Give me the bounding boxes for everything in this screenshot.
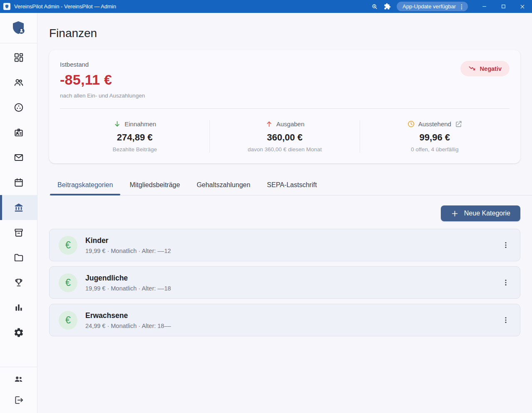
window-controls bbox=[475, 0, 532, 13]
status-badge-label: Negativ bbox=[480, 65, 502, 72]
tab-sepa-lastschrift[interactable]: SEPA-Lastschrift bbox=[259, 176, 325, 195]
category-menu-button[interactable] bbox=[497, 237, 514, 253]
category-menu-button[interactable] bbox=[497, 312, 514, 328]
pill-menu-icon: ⋮ bbox=[459, 4, 465, 10]
stat-pending-value: 99,96 € bbox=[420, 132, 450, 143]
maximize-icon bbox=[501, 4, 506, 9]
sidebar-item-calendar[interactable] bbox=[0, 170, 37, 195]
logout-icon bbox=[13, 395, 24, 405]
kebab-menu-icon bbox=[502, 241, 510, 249]
tab-gehaltszahlungen[interactable]: Gehaltszahlungen bbox=[188, 176, 259, 195]
app-logo bbox=[0, 13, 37, 43]
status-badge: Negativ bbox=[460, 61, 510, 76]
bank-icon bbox=[13, 202, 24, 213]
kebab-menu-icon bbox=[502, 278, 510, 287]
balance-header: Istbestand -85,11 € nach allen Ein- und … bbox=[60, 61, 510, 99]
main-content: Finanzen Istbestand -85,11 € nach allen … bbox=[37, 13, 532, 413]
euro-avatar: € bbox=[59, 236, 77, 255]
category-details: 24,99 € · Monatlich · Alter: 18–– bbox=[85, 323, 497, 329]
new-category-label: Neue Kategorie bbox=[464, 210, 510, 217]
sidebar-item-finance[interactable] bbox=[0, 195, 37, 220]
category-name: Erwachsene bbox=[85, 311, 497, 320]
sidebar-item-statistics[interactable] bbox=[0, 295, 37, 320]
card-divider bbox=[60, 108, 510, 109]
stat-pending-label: Ausstehend bbox=[418, 120, 451, 128]
tab-beitragskategorien[interactable]: Beitragskategorien bbox=[49, 176, 121, 195]
app-icon bbox=[3, 3, 10, 10]
sidebar-spacer bbox=[0, 345, 37, 367]
maximize-button[interactable] bbox=[494, 0, 513, 13]
puzzle-icon bbox=[384, 3, 391, 10]
open-in-new-icon[interactable] bbox=[455, 120, 462, 128]
sidebar-item-membership-cards[interactable] bbox=[0, 120, 37, 145]
zoom-button[interactable] bbox=[368, 0, 381, 13]
dashboard-icon bbox=[13, 52, 24, 63]
sidebar-item-members[interactable] bbox=[0, 70, 37, 95]
archive-icon bbox=[13, 227, 24, 238]
category-details: 19,99 € · Monatlich · Alter: ––18 bbox=[85, 285, 497, 292]
trending-down-icon bbox=[468, 65, 476, 73]
stat-pending-sub: 0 offen, 4 überfällig bbox=[411, 146, 459, 153]
stat-expenses-sub: davon 360,00 € diesen Monat bbox=[248, 146, 322, 153]
trophy-icon bbox=[13, 277, 24, 288]
sidebar-item-sports[interactable] bbox=[0, 95, 37, 120]
tab-toolbar: Neue Kategorie bbox=[49, 205, 520, 221]
sidebar-bottom bbox=[0, 367, 37, 413]
stat-expenses-label: Ausgaben bbox=[276, 120, 305, 128]
sidebar-item-dashboard[interactable] bbox=[0, 45, 37, 70]
mail-icon bbox=[13, 152, 24, 163]
window-title: VereinsPilot Admin - VereinsPilot — Admi… bbox=[14, 3, 116, 10]
sidebar-item-settings[interactable] bbox=[0, 320, 37, 345]
sidebar-item-documents[interactable] bbox=[0, 245, 37, 270]
tab-mitgliedsbeitraege[interactable]: Mitgliedsbeiträge bbox=[121, 176, 188, 195]
euro-icon: € bbox=[65, 277, 71, 288]
sidebar-nav bbox=[0, 43, 37, 345]
stat-income-value: 274,89 € bbox=[117, 132, 153, 143]
calendar-icon bbox=[13, 177, 24, 188]
app-update-button[interactable]: App-Update verfügbar ⋮ bbox=[397, 2, 468, 11]
balance-block: Istbestand -85,11 € nach allen Ein- und … bbox=[60, 61, 145, 99]
stat-expenses-value: 360,00 € bbox=[267, 132, 303, 143]
bar-chart-icon bbox=[13, 302, 24, 313]
page-title: Finanzen bbox=[49, 27, 520, 40]
minimize-icon bbox=[482, 4, 487, 9]
stat-expenses: Ausgaben 360,00 € davon 360,00 € diesen … bbox=[209, 120, 359, 153]
minimize-button[interactable] bbox=[475, 0, 494, 13]
balance-subtitle: nach allen Ein- und Auszahlungen bbox=[60, 93, 145, 99]
kebab-menu-icon bbox=[502, 316, 510, 324]
plus-icon bbox=[451, 210, 459, 218]
balance-value: -85,11 € bbox=[60, 72, 145, 88]
category-row-jugendliche[interactable]: € Jugendliche 19,99 € · Monatlich · Alte… bbox=[49, 266, 520, 299]
category-details: 19,99 € · Monatlich · Alter: ––12 bbox=[85, 248, 497, 254]
category-list: € Kinder 19,99 € · Monatlich · Alter: ––… bbox=[49, 229, 520, 336]
stat-income: Einnahmen 274,89 € Bezahlte Beiträge bbox=[60, 120, 209, 153]
arrow-up-icon bbox=[265, 120, 273, 128]
category-row-erwachsene[interactable]: € Erwachsene 24,99 € · Monatlich · Alter… bbox=[49, 304, 520, 336]
ball-icon bbox=[13, 102, 24, 113]
euro-icon: € bbox=[65, 315, 71, 326]
sidebar-item-mail[interactable] bbox=[0, 145, 37, 170]
gear-icon bbox=[13, 327, 24, 338]
sidebar-item-archive[interactable] bbox=[0, 220, 37, 245]
sidebar-item-competitions[interactable] bbox=[0, 270, 37, 295]
category-row-kinder[interactable]: € Kinder 19,99 € · Monatlich · Alter: ––… bbox=[49, 229, 520, 261]
clock-icon bbox=[407, 120, 415, 128]
balance-label: Istbestand bbox=[60, 61, 145, 68]
vereinspilot-logo-icon bbox=[10, 20, 27, 36]
sidebar-item-community[interactable] bbox=[0, 369, 37, 390]
category-menu-button[interactable] bbox=[497, 274, 514, 291]
stat-income-label: Einnahmen bbox=[124, 120, 156, 128]
shield-icon bbox=[5, 4, 9, 9]
close-button[interactable] bbox=[513, 0, 532, 13]
euro-avatar: € bbox=[59, 273, 77, 292]
id-badge-icon bbox=[13, 127, 24, 138]
members-icon bbox=[13, 77, 24, 88]
extensions-button[interactable] bbox=[381, 0, 393, 13]
euro-icon: € bbox=[65, 240, 71, 251]
close-icon bbox=[520, 4, 525, 10]
category-name: Kinder bbox=[85, 236, 497, 245]
category-name: Jugendliche bbox=[85, 274, 497, 283]
new-category-button[interactable]: Neue Kategorie bbox=[441, 205, 520, 221]
app-update-label: App-Update verfügbar bbox=[403, 3, 456, 10]
sidebar-item-logout[interactable] bbox=[0, 390, 37, 410]
